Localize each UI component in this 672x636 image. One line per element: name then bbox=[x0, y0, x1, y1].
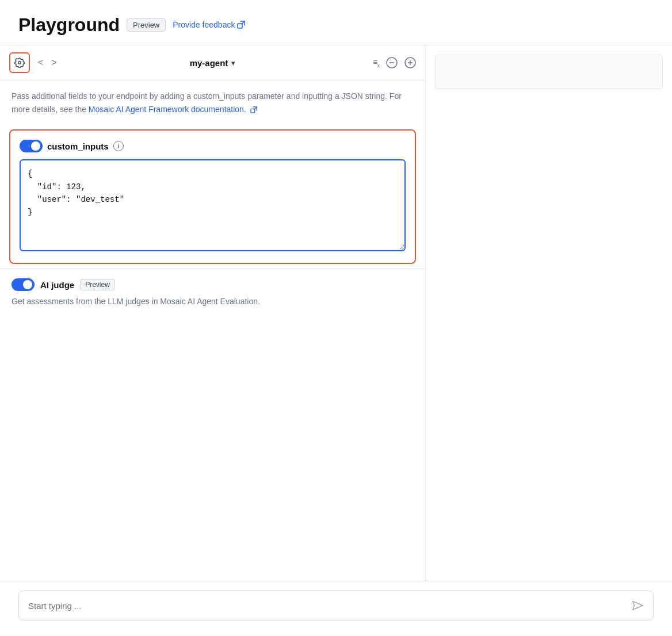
chat-input[interactable] bbox=[28, 601, 631, 611]
custom-inputs-header: custom_inputs i bbox=[20, 140, 406, 152]
chevron-down-icon: ▾ bbox=[231, 59, 235, 67]
custom-inputs-section: custom_inputs i { "id": 123, "user": "de… bbox=[9, 129, 416, 264]
nav-forward-button[interactable]: > bbox=[48, 55, 60, 70]
left-panel: < > my-agent ▾ ≡x bbox=[0, 45, 426, 630]
page-header: Playground Preview Provide feedback bbox=[0, 0, 672, 45]
framework-doc-link[interactable]: Mosaic AI Agent Framework documentation. bbox=[89, 105, 257, 114]
info-description: Pass additional fields to your endpoint … bbox=[0, 81, 425, 125]
toolbar-right: ≡x bbox=[373, 57, 416, 68]
agent-selector[interactable]: my-agent ▾ bbox=[190, 58, 236, 68]
ai-judge-section: AI judge Preview Get assessments from th… bbox=[0, 269, 425, 317]
ai-judge-description: Get assessments from the LLM judges in M… bbox=[12, 296, 414, 308]
external-link-icon bbox=[237, 21, 245, 29]
send-icon bbox=[631, 599, 644, 612]
agent-name: my-agent bbox=[190, 58, 228, 68]
custom-inputs-toggle[interactable] bbox=[20, 140, 43, 152]
ai-judge-preview-badge: Preview bbox=[80, 279, 115, 290]
plus-icon bbox=[404, 57, 416, 68]
chat-input-box bbox=[18, 591, 654, 620]
send-button[interactable] bbox=[631, 599, 644, 612]
main-content: < > my-agent ▾ ≡x bbox=[0, 45, 672, 630]
gear-button[interactable] bbox=[9, 52, 30, 73]
right-panel bbox=[426, 45, 672, 630]
custom-inputs-info-icon[interactable]: i bbox=[113, 141, 124, 151]
ai-judge-header: AI judge Preview bbox=[12, 278, 414, 291]
minus-icon bbox=[386, 57, 398, 68]
nav-back-button[interactable]: < bbox=[35, 55, 47, 70]
collapse-button[interactable] bbox=[386, 57, 398, 68]
right-content-area bbox=[435, 55, 663, 89]
clear-button[interactable]: ≡x bbox=[373, 58, 379, 68]
external-link-icon-small bbox=[250, 106, 257, 113]
nav-arrows: < > bbox=[35, 55, 60, 70]
page-title: Playground bbox=[18, 14, 120, 36]
ai-judge-toggle[interactable] bbox=[12, 278, 35, 291]
header-preview-badge: Preview bbox=[127, 18, 166, 32]
settings-panel: Pass additional fields to your endpoint … bbox=[0, 81, 425, 630]
feedback-link[interactable]: Provide feedback bbox=[173, 20, 245, 29]
custom-inputs-label: custom_inputs bbox=[47, 141, 109, 151]
bottom-input-area bbox=[0, 581, 672, 630]
custom-inputs-textarea[interactable]: { "id": 123, "user": "dev_test" } bbox=[20, 159, 406, 251]
svg-point-2 bbox=[18, 62, 21, 64]
toolbar: < > my-agent ▾ ≡x bbox=[0, 45, 425, 81]
expand-button[interactable] bbox=[404, 57, 416, 68]
gear-icon bbox=[14, 58, 25, 68]
clear-icon: ≡x bbox=[373, 58, 379, 68]
ai-judge-label: AI judge bbox=[40, 280, 74, 290]
